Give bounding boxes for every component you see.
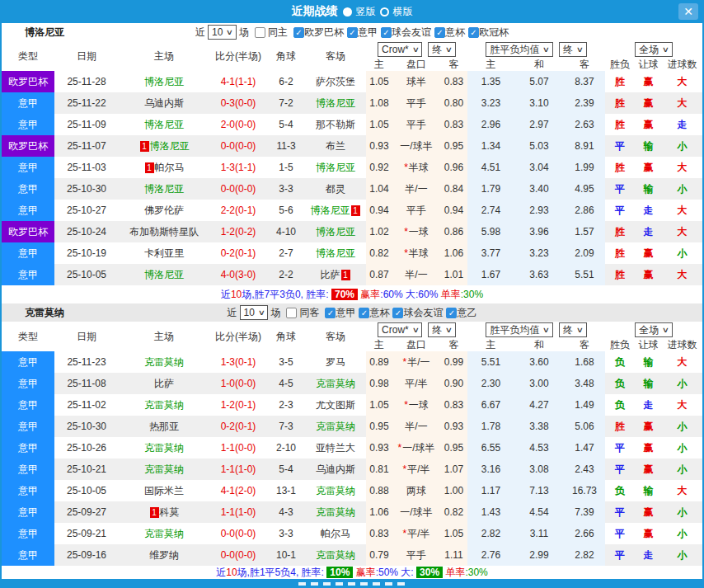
avg-draw-odds-cell: 4.53 [514,437,564,459]
handicap-cell: *一球 [392,221,440,242]
date-cell: 25-11-23 [54,351,119,373]
home-team-cell: 1科莫 [119,501,209,523]
avg-odds-group: 胜平负均值∨ 终∨ 主 和 客 [467,41,605,71]
team-name: 佛罗伦萨 [144,204,184,218]
avg-home-odds-cell: 6.55 [467,437,514,459]
horizontal-layout-radio[interactable] [380,7,389,16]
corner-cell: 4-10 [267,221,305,242]
table-header: 类型 日期 主场 比分(半场) 角球 客场 Crow*∨ 终∨ 主 盘口 客 胜… [2,322,702,351]
col-type: 类型 [2,41,54,71]
same-home-checkbox[interactable] [255,27,265,38]
avg-odds-select[interactable]: 胜平负均值∨ [486,42,553,57]
date-cell: 25-11-09 [54,114,119,135]
final-avg-select[interactable]: 终∨ [559,42,587,57]
team-name: 博洛尼亚 [144,75,184,89]
avg-home-odds-cell: 2.76 [467,544,514,566]
horizontal-layout-label: 横版 [393,5,413,19]
summary-segment: 单率 [443,566,465,580]
crow-home-odds-cell: 0.98 [366,373,392,394]
fulltime-select[interactable]: 全场∨ [635,42,673,57]
corner-cell: 6-2 [267,71,305,92]
team-name: 克雷莫纳 [144,463,184,477]
avg-away-odds-cell: 2.43 [564,459,605,480]
avg-away-odds-cell: 2.39 [564,92,605,114]
chevron-down-icon: ∨ [445,326,453,334]
date-cell: 25-10-26 [54,437,119,459]
match-count-select[interactable]: 10∨ [240,305,269,320]
crow-away-odds-cell: 1.00 [440,480,467,501]
fulltime-select[interactable]: 全场∨ [635,322,673,337]
result-wdl-cell: 平 [605,523,635,544]
corner-cell: 4-5 [267,373,305,394]
avg-home-odds-cell: 1.43 [467,501,514,523]
avg-draw-odds-cell: 5.07 [514,71,564,92]
red-card-badge: 1 [351,205,360,216]
team-name: 博洛尼亚 [311,204,350,218]
away-team-cell: 克雷莫纳 [305,501,366,523]
avg-away-odds-cell: 5.51 [564,264,605,285]
date-cell: 25-10-30 [54,178,119,200]
crow-away-odds-cell: 0.80 [440,92,467,114]
final-avg-select[interactable]: 终∨ [559,322,587,337]
avg-away-odds-cell: 1.68 [564,351,605,373]
team-name: 布兰 [326,139,345,153]
league-type-cell: 欧罗巴杯 [2,135,54,157]
handicap-cell: *半球 [392,242,440,264]
table-row: 意甲25-11-23克雷莫纳1-3(0-1)3-5罗马0.89*半/一0.995… [2,351,702,373]
final-odds-select[interactable]: 终∨ [428,322,456,337]
bookmaker-select[interactable]: Crow*∨ [378,42,422,57]
col-avg-home: 主 [467,338,514,352]
avg-home-odds-cell: 1.34 [467,135,514,157]
result-wdl-cell: 胜 [605,242,635,264]
result-goals-cell: 大 [662,480,702,501]
team-name: 乌迪内斯 [316,463,355,477]
table-row: 意甲25-11-22乌迪内斯0-3(0-0)7-2博洛尼亚1.08平手0.803… [2,92,702,114]
fulltime-group: 全场∨ 胜负 让球 进球数 [605,322,702,351]
league-checkbox[interactable]: ✓ [381,27,392,38]
crow-home-odds-cell: 1.05 [366,71,392,92]
league-checkbox[interactable]: ✓ [359,308,369,318]
league-checkbox[interactable]: ✓ [434,27,445,38]
col-date: 日期 [54,41,119,71]
score-cell: 4-0(3-0) [209,264,267,285]
result-goals-cell: 小 [662,242,702,264]
table-row: 意甲25-09-21克雷莫纳0-0(0-0)3-3帕尔马0.83*平/半1.05… [2,523,702,544]
team-name: 克雷莫纳 [316,377,355,391]
avg-odds-select[interactable]: 胜平负均值∨ [486,322,553,337]
corner-cell: 10-1 [267,544,305,566]
red-star: * [404,399,408,411]
away-team-cell: 博洛尼亚 [305,221,366,242]
bookmaker-select[interactable]: Crow*∨ [378,322,422,337]
team-name: 热那亚 [149,420,179,434]
vertical-layout-radio[interactable] [343,7,352,16]
handicap-cell: 平手 [392,544,440,566]
handicap-cell: *半/一 [392,351,440,373]
date-cell: 25-10-21 [54,459,119,480]
league-checkbox[interactable]: ✓ [446,308,457,318]
handicap-cell: 半/一 [392,178,440,200]
avg-away-odds-cell: 8.37 [564,71,605,92]
score-cell: 2-0(0-0) [209,114,267,135]
table-row: 意甲25-11-02克雷莫纳1-2(0-1)2-3尤文图斯1.05*一球0.83… [2,394,702,416]
league-checkbox[interactable]: ✓ [392,308,403,318]
col-crow-home: 主 [366,58,392,72]
table-row: 意甲25-10-27佛罗伦萨2-2(0-1)5-6博洛尼亚10.94平手0.94… [2,200,702,221]
handicap-cell: 半/一 [392,416,440,437]
summary-segment: 10% [326,567,353,578]
league-checkbox[interactable]: ✓ [347,27,358,38]
final-odds-select[interactable]: 终∨ [428,42,456,57]
col-avg-away: 客 [564,58,605,72]
league-checkbox[interactable]: ✓ [468,27,479,38]
chevron-down-icon: ∨ [411,326,419,334]
crow-away-odds-cell: 0.95 [440,437,467,459]
team-title-bologna: 博洛尼亚 [25,26,64,40]
table-row: 意甲25-10-21克雷莫纳1-1(1-0)5-4乌迪内斯0.81*平/半1.0… [2,459,702,480]
col-avg-draw: 和 [514,338,564,352]
corner-cell: 5-4 [267,459,305,480]
team-name: 博洛尼亚 [144,182,184,196]
close-icon[interactable]: ✕ [678,3,698,20]
league-checkbox[interactable]: ✓ [325,308,336,318]
league-checkbox[interactable]: ✓ [293,27,304,38]
same-away-checkbox[interactable] [286,308,297,318]
match-count-select[interactable]: 10∨ [208,25,237,40]
